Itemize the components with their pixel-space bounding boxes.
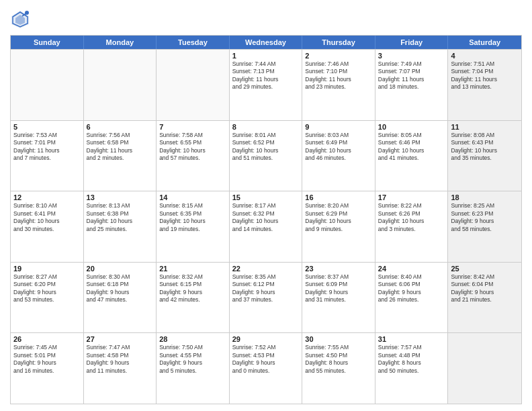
day-number: 22 (232, 265, 300, 273)
cell-line: Daylight: 10 hours (378, 218, 445, 225)
cell-line: Sunrise: 7:57 AM (378, 344, 445, 351)
cell-line: and 46 minutes. (305, 154, 372, 162)
cell-line: and 26 minutes. (378, 296, 445, 304)
day-number: 20 (87, 265, 154, 273)
cell-line: and 23 minutes. (305, 83, 372, 91)
cal-cell: 21Sunrise: 8:32 AMSunset: 6:15 PMDayligh… (157, 263, 230, 333)
cell-line: and 18 minutes. (378, 83, 445, 91)
cell-line: Sunset: 6:26 PM (378, 210, 445, 218)
cell-line: Sunrise: 8:30 AM (87, 273, 154, 281)
cell-line: Sunrise: 7:52 AM (232, 344, 300, 351)
day-number: 18 (451, 193, 519, 201)
cal-cell: 9Sunrise: 8:03 AMSunset: 6:49 PMDaylight… (302, 121, 375, 191)
weekday-header-friday: Friday (375, 36, 449, 49)
calendar: SundayMondayTuesdayWednesdayThursdayFrid… (10, 35, 522, 404)
cell-line: Daylight: 11 hours (378, 76, 445, 83)
cell-line: Daylight: 10 hours (451, 147, 519, 154)
day-number: 9 (305, 123, 372, 131)
cell-line: and 30 minutes. (13, 226, 81, 233)
cell-line: and 7 minutes. (13, 154, 81, 162)
day-number: 8 (232, 123, 300, 131)
cell-line: and 9 minutes. (305, 226, 372, 233)
day-number: 11 (451, 123, 519, 131)
cell-line: Sunrise: 7:44 AM (232, 60, 300, 68)
cell-line: Sunset: 6:06 PM (378, 281, 445, 288)
day-number: 13 (87, 193, 154, 201)
cell-line: Sunset: 6:23 PM (451, 210, 519, 218)
day-number: 12 (13, 193, 81, 201)
cal-row-1: 5Sunrise: 7:53 AMSunset: 7:01 PMDaylight… (11, 120, 521, 191)
cell-line: Daylight: 8 hours (305, 359, 372, 367)
cell-line: and 31 minutes. (305, 296, 372, 304)
cell-line: Sunrise: 8:37 AM (305, 273, 372, 281)
cal-cell: 20Sunrise: 8:30 AMSunset: 6:18 PMDayligh… (84, 263, 157, 333)
cal-cell: 24Sunrise: 8:40 AMSunset: 6:06 PMDayligh… (375, 263, 449, 333)
cell-line: Sunrise: 8:15 AM (159, 202, 226, 210)
cell-line: and 35 minutes. (451, 154, 519, 162)
cell-line: and 19 minutes. (159, 226, 226, 233)
day-number: 27 (87, 335, 154, 343)
cal-cell (84, 50, 157, 120)
day-number: 28 (159, 335, 226, 343)
cell-line: Daylight: 9 hours (87, 289, 154, 296)
cell-line: Daylight: 9 hours (159, 359, 226, 367)
cell-line: Sunset: 6:41 PM (13, 210, 81, 218)
cell-line: Sunset: 6:52 PM (232, 139, 300, 146)
cell-line: Sunset: 6:04 PM (451, 281, 519, 288)
day-number: 7 (159, 123, 226, 131)
cal-cell (11, 50, 84, 120)
cell-line: Sunrise: 8:22 AM (378, 202, 445, 210)
cal-cell: 23Sunrise: 8:37 AMSunset: 6:09 PMDayligh… (302, 263, 375, 333)
cell-line: Sunset: 7:13 PM (232, 68, 300, 75)
cal-cell: 29Sunrise: 7:52 AMSunset: 4:53 PMDayligh… (230, 333, 303, 404)
cell-line: and 57 minutes. (159, 154, 226, 162)
cell-line: Sunset: 4:58 PM (87, 352, 154, 359)
day-number: 25 (451, 265, 519, 273)
cell-line: Sunrise: 7:51 AM (451, 60, 519, 68)
cell-line: and 50 minutes. (378, 367, 445, 375)
cell-line: Daylight: 8 hours (378, 359, 445, 367)
cell-line: Daylight: 10 hours (305, 218, 372, 225)
cell-line: Sunrise: 7:46 AM (305, 60, 372, 68)
cal-cell: 27Sunrise: 7:47 AMSunset: 4:58 PMDayligh… (84, 333, 157, 404)
cell-line: Sunrise: 8:40 AM (378, 273, 445, 281)
cell-line: Sunrise: 7:55 AM (305, 344, 372, 351)
day-number: 19 (13, 265, 81, 273)
cell-line: and 51 minutes. (232, 154, 300, 162)
cell-line: and 13 minutes. (451, 83, 519, 91)
cal-cell: 2Sunrise: 7:46 AMSunset: 7:10 PMDaylight… (302, 50, 375, 120)
cal-cell (448, 333, 521, 404)
cal-cell: 6Sunrise: 7:56 AMSunset: 6:58 PMDaylight… (84, 121, 157, 191)
cal-cell: 7Sunrise: 7:58 AMSunset: 6:55 PMDaylight… (157, 121, 230, 191)
cell-line: Sunrise: 8:08 AM (451, 132, 519, 139)
cell-line: Daylight: 10 hours (232, 218, 300, 225)
cell-line: and 5 minutes. (159, 367, 226, 375)
cell-line: and 41 minutes. (378, 154, 445, 162)
cell-line: Sunrise: 8:27 AM (13, 273, 81, 281)
day-number: 30 (305, 335, 372, 343)
header (10, 7, 522, 30)
svg-point-3 (25, 11, 29, 15)
cell-line: Daylight: 10 hours (87, 218, 154, 225)
cell-line: Sunset: 6:12 PM (232, 281, 300, 288)
cell-line: Sunrise: 7:49 AM (378, 60, 445, 68)
page: SundayMondayTuesdayWednesdayThursdayFrid… (0, 0, 532, 411)
cell-line: Sunset: 7:01 PM (13, 139, 81, 146)
cell-line: Sunset: 6:18 PM (87, 281, 154, 288)
cell-line: Daylight: 11 hours (305, 76, 372, 83)
cell-line: Sunset: 6:15 PM (159, 281, 226, 288)
logo (10, 9, 33, 30)
cell-line: Daylight: 9 hours (159, 289, 226, 296)
cell-line: Sunrise: 7:56 AM (87, 132, 154, 139)
cell-line: Sunset: 6:38 PM (87, 210, 154, 218)
cell-line: Sunrise: 8:42 AM (451, 273, 519, 281)
cell-line: Sunrise: 8:03 AM (305, 132, 372, 139)
cell-line: Sunset: 4:53 PM (232, 352, 300, 359)
cal-cell: 4Sunrise: 7:51 AMSunset: 7:04 PMDaylight… (448, 50, 521, 120)
cell-line: Daylight: 10 hours (305, 147, 372, 154)
weekday-header-saturday: Saturday (448, 36, 521, 49)
cell-line: Sunrise: 8:05 AM (378, 132, 445, 139)
day-number: 14 (159, 193, 226, 201)
cell-line: Sunset: 5:01 PM (13, 352, 81, 359)
cell-line: Daylight: 11 hours (87, 147, 154, 154)
